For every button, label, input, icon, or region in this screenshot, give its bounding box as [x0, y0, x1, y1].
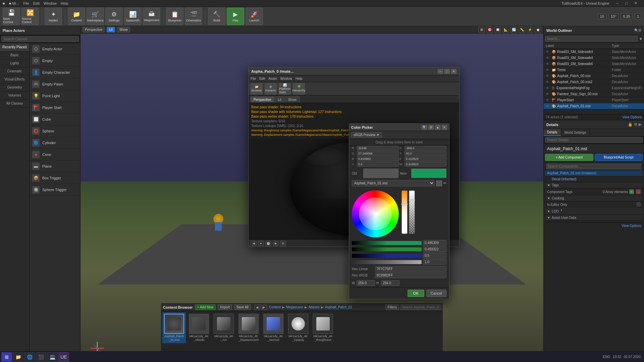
- color-picker-rgbpreview-dropdown[interactable]: sRGB Preview ▼: [351, 132, 382, 138]
- dialog-view-btn-1[interactable]: ◀: [251, 241, 257, 246]
- instance-row[interactable]: Asphalt_Patch_01.inst (Instance): [545, 170, 643, 176]
- a-input[interactable]: [357, 162, 399, 167]
- dialog-hierarchy-btn[interactable]: 🌳 Hierarchy: [293, 83, 305, 95]
- lit-button[interactable]: Lit: [107, 27, 115, 33]
- viewport-icon-1[interactable]: ⊞: [478, 26, 485, 33]
- list-item[interactable]: 🔺 Cone: [30, 149, 80, 161]
- details-settings-icon[interactable]: ⚙: [634, 122, 637, 127]
- asset-item[interactable]: t4k1ac1dy_4K_Normal: [262, 312, 285, 343]
- taskbar-terminal[interactable]: ⬛: [36, 352, 46, 362]
- launch-button[interactable]: 🚀 Launch: [246, 8, 263, 25]
- breadcrumb-asphalt[interactable]: Asphalt_Patch_01: [325, 305, 352, 309]
- blueprint-add-script-button[interactable]: Blueprint/Add Script: [595, 154, 643, 161]
- viewport-icon-2[interactable]: 🎯: [486, 26, 493, 33]
- tab-cinematic[interactable]: Cinematic: [0, 67, 29, 75]
- asset-item[interactable]: t4k1ac1dy_4K_Albedo: [187, 312, 211, 343]
- viewport-mode-dropdown[interactable]: Perspective: [83, 27, 105, 33]
- dialog-close-btn[interactable]: ✕: [451, 69, 457, 74]
- x-input[interactable]: [405, 146, 446, 150]
- breadcrumb-content[interactable]: Content: [269, 305, 281, 309]
- asset-item[interactable]: t4k1ac1dy_4K_Displacement: [237, 312, 260, 343]
- color-picker-drop-area[interactable]: Drag & drop colors here to save: [349, 139, 449, 146]
- tree-item[interactable]: 👁 📁 Trees Folder: [544, 67, 644, 73]
- list-item[interactable]: 👤 Empty Character: [30, 67, 80, 78]
- add-new-button[interactable]: + Add New: [195, 304, 216, 310]
- world-outliner-settings-icon[interactable]: ⚙: [638, 28, 641, 32]
- dialog-minimize-btn[interactable]: ─: [438, 69, 443, 74]
- lod-section[interactable]: ▼ LOD ▼: [545, 208, 643, 215]
- dialog-tab-perspective[interactable]: Perspective: [251, 97, 274, 103]
- asset-item[interactable]: t4k1ac1dy_4K_Opacity: [286, 312, 310, 343]
- tab-lights[interactable]: Lights: [0, 59, 29, 67]
- dialog-menu-file[interactable]: File: [251, 77, 256, 80]
- content-browser-search[interactable]: [400, 304, 441, 310]
- tree-item[interactable]: 👁 🎨 Painted_Stop_Sign_00.inst DecalActor: [544, 91, 644, 97]
- details-view-options-btn[interactable]: View Options: [622, 224, 641, 228]
- instance-search-bar[interactable]: [545, 163, 643, 170]
- tree-item[interactable]: 👁 🌫 ExponentialHeightFog ExponentialHeig…: [544, 85, 644, 91]
- dialog-params-btn[interactable]: ⚙ Params: [265, 83, 277, 95]
- close-btn[interactable]: ✕: [634, 1, 637, 5]
- tab-world-settings[interactable]: World Settings: [561, 129, 590, 136]
- save-all-button[interactable]: Save All: [234, 304, 251, 310]
- tab-geometry[interactable]: Geometry: [0, 83, 29, 92]
- list-item[interactable]: ⭕ Sphere: [30, 125, 80, 137]
- outliner-filter-icon[interactable]: ▼: [639, 37, 643, 41]
- decal-row[interactable]: Decal (Inherited): [545, 176, 643, 182]
- b-color-input[interactable]: [423, 253, 446, 258]
- list-item[interactable]: 📦 Box Trigger: [30, 172, 80, 184]
- list-item[interactable]: ⬡ Empty: [30, 55, 80, 67]
- asset-item[interactable]: t4k1ac1dy_4K_Roughness: [311, 312, 335, 343]
- megascans-button[interactable]: 🏔 Megascans: [143, 8, 160, 25]
- dialog-platform-stats-btn[interactable]: 📊 Platform Stats: [279, 83, 291, 95]
- tree-item[interactable]: 👁 🎨 Asphalt_Patch_01.inst DecalActor: [544, 103, 644, 109]
- editor-only-checkbox[interactable]: [637, 202, 641, 206]
- b-input[interactable]: [357, 157, 399, 161]
- viewport-icon-8[interactable]: ◼: [535, 26, 541, 33]
- viewport-icon-7[interactable]: ⚡: [527, 26, 533, 33]
- view-options-btn[interactable]: View Options: [622, 115, 642, 119]
- start-button[interactable]: ⊞: [1, 352, 12, 362]
- g-color-input[interactable]: [423, 246, 446, 252]
- tab-details[interactable]: Details: [544, 129, 561, 136]
- show-button[interactable]: Show: [117, 27, 130, 33]
- color-picker-close-btn[interactable]: ✕: [442, 125, 447, 130]
- taskbar-unreal[interactable]: UE: [58, 352, 69, 362]
- dialog-view-btn-3[interactable]: ⬤: [265, 241, 271, 246]
- datasmith-button[interactable]: 📊 Datasmith: [124, 8, 142, 25]
- blueprints-button[interactable]: 📋 Blueprints: [166, 8, 183, 25]
- tree-item[interactable]: 👁 📦 Road03_SM_Sidewalk4 StaticMeshActor: [544, 55, 644, 61]
- height-input[interactable]: [381, 280, 399, 286]
- menu-help[interactable]: Help: [61, 1, 68, 5]
- tree-item[interactable]: 👁 🚩 PlayerStart PlayerStart: [544, 97, 644, 103]
- tab-all-classes[interactable]: All Classes: [0, 100, 29, 108]
- cinematics-button[interactable]: 🎬 Cinematics: [185, 8, 202, 25]
- tags-section[interactable]: ▼ Tags: [545, 182, 643, 188]
- tab-volumes[interactable]: Volumes: [0, 92, 29, 100]
- details-search-input[interactable]: [545, 137, 643, 143]
- viewport-icon-6[interactable]: 📏: [519, 26, 525, 33]
- color-wheel[interactable]: [352, 190, 399, 237]
- taskbar-chrome[interactable]: 🌐: [24, 352, 35, 362]
- outliner-search-input[interactable]: [545, 36, 638, 42]
- list-item[interactable]: ▬ Plane: [30, 161, 80, 172]
- save-current-button[interactable]: 💾 Save Current: [3, 8, 20, 25]
- dialog-browse-btn[interactable]: 📂 Browse: [251, 83, 263, 95]
- tab-basic[interactable]: Basic: [0, 51, 29, 59]
- pencil-icon[interactable]: ✏: [443, 181, 446, 185]
- history-forward-btn[interactable]: ▶: [261, 305, 267, 310]
- list-item[interactable]: ⬡ Empty Actor: [30, 43, 80, 55]
- list-item[interactable]: 💡 Point Light: [30, 90, 80, 102]
- saturation-slider[interactable]: [401, 190, 408, 234]
- color-swatch[interactable]: [436, 180, 442, 186]
- w-input[interactable]: [405, 162, 446, 167]
- menu-file[interactable]: File: [23, 1, 29, 5]
- tree-item[interactable]: 👁 📦 Road03_SM_Sidewalk6 StaticMeshActor: [544, 61, 644, 67]
- tab-recently-placed[interactable]: Recently Placed: [0, 43, 29, 51]
- viewport-icon-3[interactable]: 🔲: [494, 26, 501, 33]
- width-input[interactable]: [357, 280, 375, 286]
- history-back-btn[interactable]: ◀: [254, 305, 260, 310]
- remove-tag-btn[interactable]: -: [636, 189, 641, 194]
- viewport-icon-4[interactable]: 📐: [502, 26, 509, 33]
- details-lock-icon[interactable]: 🔒: [628, 122, 633, 127]
